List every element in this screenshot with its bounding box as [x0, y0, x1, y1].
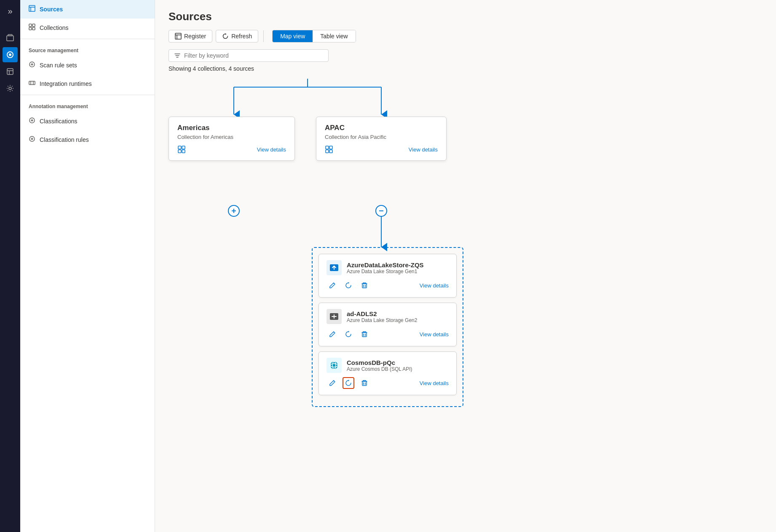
apac-view-details[interactable]: View details	[409, 146, 438, 153]
refresh-label: Refresh	[231, 33, 252, 40]
adls1-title: AzureDataLakeStore-ZQS	[347, 261, 424, 269]
register-button[interactable]: Register	[169, 30, 212, 43]
svg-rect-39	[362, 332, 367, 337]
americas-expand-btn[interactable]	[228, 205, 240, 217]
sidebar-source-management-header: Source management	[20, 41, 155, 56]
adls1-edit-button[interactable]	[326, 279, 338, 291]
sidebar-item-classifications[interactable]: Classifications	[20, 112, 155, 130]
sidebar-item-collections-label: Collections	[40, 24, 68, 31]
apac-collapse-btn[interactable]	[375, 205, 387, 217]
expand-nav-icon[interactable]: »	[3, 3, 18, 19]
cosmos-scan-button[interactable]	[343, 377, 354, 389]
svg-rect-25	[178, 146, 181, 149]
cosmos-source-card: CosmosDB-pQc Azure Cosmos DB (SQL API)	[318, 351, 457, 395]
sidebar-item-sources[interactable]: Sources	[20, 0, 155, 19]
register-label: Register	[184, 33, 206, 40]
purview-nav-icon[interactable]	[3, 47, 18, 62]
adls1-delete-button[interactable]	[359, 279, 370, 291]
filter-box[interactable]	[169, 49, 329, 62]
svg-rect-32	[329, 146, 332, 149]
sidebar: Sources Collections Source management Sc…	[20, 0, 155, 532]
view-toggle: Map view Table view	[272, 30, 356, 43]
sidebar-item-classifications-label: Classifications	[40, 118, 77, 125]
svg-rect-0	[7, 36, 13, 41]
adls2-subtitle: Azure Data Lake Storage Gen2	[347, 317, 417, 323]
adls2-edit-button[interactable]	[326, 328, 338, 340]
map-view-label: Map view	[280, 33, 305, 40]
svg-rect-28	[182, 150, 185, 153]
adls1-info: AzureDataLakeStore-ZQS Azure Data Lake S…	[347, 261, 424, 274]
scan-rule-sets-icon	[29, 61, 35, 69]
svg-rect-27	[178, 150, 181, 153]
apac-card: APAC Collection for Asia Pacific View de…	[316, 117, 447, 161]
adls2-delete-button[interactable]	[359, 328, 370, 340]
cosmos-edit-button[interactable]	[326, 377, 338, 389]
cosmos-delete-button[interactable]	[359, 377, 370, 389]
svg-rect-33	[326, 150, 329, 153]
svg-rect-34	[329, 150, 332, 153]
data-nav-icon[interactable]	[3, 64, 18, 79]
adls2-icon	[326, 309, 342, 324]
sidebar-divider-1	[20, 39, 155, 39]
cosmos-icon	[326, 358, 342, 373]
svg-rect-12	[32, 24, 35, 27]
adls2-scan-button[interactable]	[343, 328, 354, 340]
cosmos-action-icons	[326, 377, 370, 389]
table-view-label: Table view	[320, 33, 348, 40]
adls2-source-card: ad-ADLS2 Azure Data Lake Storage Gen2	[318, 303, 457, 346]
americas-view-details[interactable]: View details	[257, 146, 286, 153]
refresh-button[interactable]: Refresh	[216, 30, 258, 43]
adls1-action-icons	[326, 279, 370, 291]
svg-rect-37	[362, 284, 367, 288]
sources-icon	[29, 5, 35, 13]
svg-rect-44	[362, 381, 367, 386]
sidebar-annotation-management-header: Annotation management	[20, 97, 155, 112]
sidebar-item-scan-rule-sets-label: Scan rule sets	[40, 62, 77, 69]
cosmos-header: CosmosDB-pQc Azure Cosmos DB (SQL API)	[326, 358, 449, 373]
adls1-scan-button[interactable]	[343, 279, 354, 291]
americas-title: Americas	[177, 124, 286, 132]
settings-nav-icon[interactable]	[3, 81, 18, 96]
table-view-button[interactable]: Table view	[313, 30, 355, 42]
svg-rect-13	[29, 27, 32, 30]
svg-rect-1	[8, 35, 12, 36]
toolbar-divider	[263, 30, 264, 42]
apac-grid-icon	[325, 145, 333, 154]
adls1-icon	[326, 260, 342, 275]
sidebar-item-collections[interactable]: Collections	[20, 19, 155, 37]
classification-rules-icon	[29, 136, 35, 144]
sidebar-item-classification-rules[interactable]: Classification rules	[20, 130, 155, 149]
adls2-header: ad-ADLS2 Azure Data Lake Storage Gen2	[326, 309, 449, 324]
cosmos-info: CosmosDB-pQc Azure Cosmos DB (SQL API)	[347, 359, 412, 372]
map-area: Americas Collection for Americas View de…	[155, 79, 776, 532]
cosmos-title: CosmosDB-pQc	[347, 359, 412, 366]
adls2-title: ad-ADLS2	[347, 310, 417, 317]
sidebar-item-sources-label: Sources	[40, 6, 63, 13]
sidebar-item-integration-runtimes[interactable]: Integration runtimes	[20, 74, 155, 93]
svg-rect-21	[175, 33, 181, 39]
svg-rect-16	[29, 81, 35, 85]
adls1-view-details[interactable]: View details	[420, 282, 449, 289]
filter-icon	[174, 52, 181, 59]
adls2-view-details[interactable]: View details	[420, 331, 449, 338]
adls1-source-card: AzureDataLakeStore-ZQS Azure Data Lake S…	[318, 254, 457, 298]
svg-rect-31	[326, 146, 329, 149]
main-header: Sources Register Refresh Map view Table …	[155, 0, 776, 79]
svg-point-7	[9, 87, 11, 90]
nav-icons-strip: »	[0, 0, 20, 532]
sources-dashed-container: AzureDataLakeStore-ZQS Azure Data Lake S…	[312, 247, 463, 407]
svg-rect-26	[182, 146, 185, 149]
apac-footer: View details	[325, 145, 438, 154]
map-view-button[interactable]: Map view	[273, 30, 313, 42]
svg-rect-11	[29, 24, 32, 27]
americas-footer: View details	[177, 145, 286, 154]
sidebar-item-classification-rules-label: Classification rules	[40, 136, 89, 143]
svg-point-40	[330, 362, 338, 369]
collections-icon	[29, 24, 35, 32]
filter-input[interactable]	[184, 52, 323, 59]
sidebar-item-scan-rule-sets[interactable]: Scan rule sets	[20, 56, 155, 74]
sidebar-item-integration-runtimes-label: Integration runtimes	[40, 80, 92, 87]
cosmos-actions: View details	[326, 377, 449, 389]
cosmos-view-details[interactable]: View details	[420, 380, 449, 386]
home-nav-icon[interactable]	[3, 30, 18, 45]
